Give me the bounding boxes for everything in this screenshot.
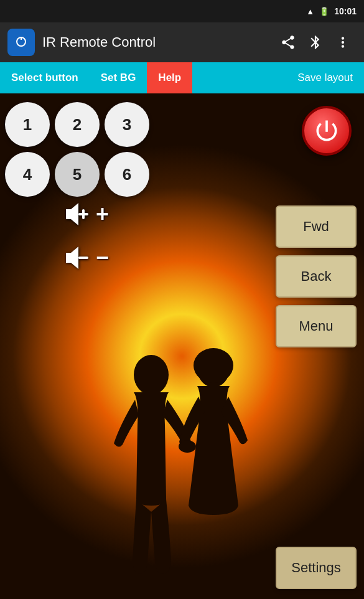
title-bar: IR Remote Control xyxy=(0,22,364,62)
volume-up-icon xyxy=(62,199,92,229)
volume-up-button[interactable]: + xyxy=(62,199,109,229)
num-button-2[interactable]: 2 xyxy=(55,102,100,147)
num-button-6[interactable]: 6 xyxy=(105,152,149,197)
svg-point-3 xyxy=(134,355,169,395)
back-button[interactable]: Back xyxy=(276,255,357,298)
volume-down-icon xyxy=(62,243,92,273)
more-options-icon xyxy=(335,34,351,50)
num-button-3[interactable]: 3 xyxy=(105,102,149,147)
action-buttons: Fwd Back Menu xyxy=(276,205,357,347)
more-options-button[interactable] xyxy=(329,29,357,56)
svg-marker-7 xyxy=(66,203,78,225)
bluetooth-button[interactable] xyxy=(302,29,329,56)
num-button-1[interactable]: 1 xyxy=(5,102,50,147)
share-icon xyxy=(280,34,296,50)
svg-point-5 xyxy=(194,348,233,383)
save-layout-button[interactable]: Save layout xyxy=(286,62,364,93)
power-icon xyxy=(313,117,340,144)
status-bar: ▲ 🔋 10:01 xyxy=(0,0,364,22)
fwd-button[interactable]: Fwd xyxy=(276,205,357,248)
select-button[interactable]: Select button xyxy=(0,62,90,93)
share-button[interactable] xyxy=(274,29,302,56)
wifi-icon: ▲ xyxy=(306,7,314,16)
help-button[interactable]: Help xyxy=(147,62,192,93)
menu-button[interactable]: Menu xyxy=(276,305,357,347)
silhouette xyxy=(83,300,282,599)
status-time: 10:01 xyxy=(334,6,357,16)
set-bg-button[interactable]: Set BG xyxy=(90,62,147,93)
toolbar: Select button Set BG Help Save layout xyxy=(0,62,364,93)
volume-up-label: + xyxy=(96,201,109,227)
number-buttons: 1 2 3 4 5 6 xyxy=(5,102,149,197)
app-title: IR Remote Control xyxy=(42,34,274,50)
num-button-5[interactable]: 5 xyxy=(55,152,100,197)
main-content: 1 2 3 4 5 6 + − Fw xyxy=(0,93,364,599)
app-logo xyxy=(7,29,35,56)
settings-button[interactable]: Settings xyxy=(276,547,357,589)
svg-marker-10 xyxy=(66,247,78,269)
volume-down-label: − xyxy=(96,245,109,271)
svg-point-6 xyxy=(179,440,196,453)
battery-icon: 🔋 xyxy=(319,7,329,16)
logo-icon xyxy=(12,34,30,51)
power-button[interactable] xyxy=(302,106,352,156)
volume-down-button[interactable]: − xyxy=(62,243,109,273)
num-button-4[interactable]: 4 xyxy=(5,152,50,197)
bluetooth-icon xyxy=(307,34,324,50)
